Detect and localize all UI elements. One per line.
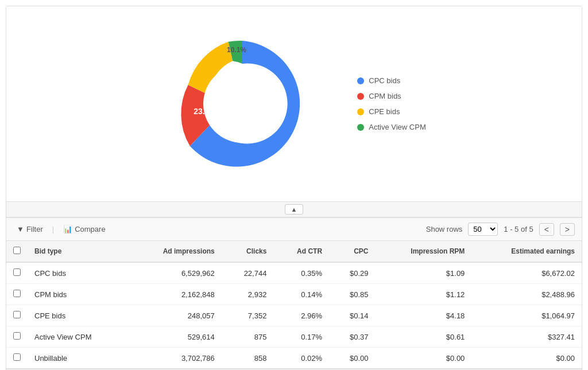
- toolbar-left: ▼ Filter | 📊 Compare: [13, 223, 109, 236]
- toolbar: ▼ Filter | 📊 Compare Show rows 50 10 25 …: [6, 217, 582, 241]
- row-bid_type: CPM bids: [28, 284, 129, 305]
- compare-icon: 📊: [63, 225, 72, 233]
- row-bid_type: Active View CPM: [28, 326, 129, 348]
- legend-cpc: CPC bids: [357, 76, 425, 85]
- legend-cpc-label: CPC bids: [369, 76, 400, 85]
- table-header-row: Bid type Ad impressions Clicks Ad CTR CP…: [6, 241, 582, 262]
- row-impression_rpm: $0.61: [376, 326, 472, 348]
- row-ad_ctr: 2.96%: [273, 305, 329, 326]
- filter-button[interactable]: ▼ Filter: [13, 223, 47, 236]
- row-checkbox[interactable]: [13, 311, 21, 318]
- select-all-checkbox[interactable]: [13, 247, 21, 254]
- col-cpc: CPC: [329, 241, 375, 262]
- row-cpc: $0.14: [329, 305, 375, 326]
- row-ad_impressions: 529,614: [129, 326, 222, 348]
- table-row: CPC bids6,529,96222,7440.35%$0.29$1.09$6…: [6, 262, 582, 284]
- legend-cpe-dot: [357, 108, 364, 115]
- collapse-button[interactable]: ▲: [285, 204, 304, 215]
- row-impression_rpm: $1.12: [376, 284, 472, 305]
- legend-cpm-label: CPM bids: [369, 92, 401, 100]
- row-cpc: $0.00: [329, 348, 375, 369]
- row-checkbox-cell: [6, 262, 28, 284]
- table-row: Active View CPM529,6148750.17%$0.37$0.61…: [6, 326, 582, 348]
- select-all-header: [6, 241, 28, 262]
- legend-active-view-label: Active View CPM: [369, 123, 425, 131]
- row-checkbox-cell: [6, 348, 28, 369]
- cpm-label: 23.6%: [194, 107, 216, 116]
- row-ad_impressions: 248,057: [129, 305, 222, 326]
- row-clicks: 2,932: [222, 284, 274, 305]
- row-ad_ctr: 0.17%: [273, 326, 329, 348]
- row-estimated_earnings: $2,488.96: [471, 284, 582, 305]
- row-impression_rpm: $4.18: [376, 305, 472, 326]
- row-checkbox-cell: [6, 305, 28, 326]
- collapse-bar: ▲: [6, 201, 582, 217]
- pagination-info: 1 - 5 of 5: [504, 225, 533, 233]
- row-estimated_earnings: $0.00: [471, 348, 582, 369]
- table-row: CPE bids248,0577,3522.96%$0.14$4.18$1,06…: [6, 305, 582, 326]
- legend-cpm-dot: [357, 93, 364, 100]
- main-container: 63.2% 23.6% 10.1% CPC bids CPM bids CPE …: [6, 6, 582, 370]
- row-checkbox-cell: [6, 284, 28, 305]
- table-body: CPC bids6,529,96222,7440.35%$0.29$1.09$6…: [6, 262, 582, 369]
- toolbar-right: Show rows 50 10 25 100 1 - 5 of 5 < >: [426, 223, 575, 236]
- row-checkbox-cell: [6, 326, 28, 348]
- col-bid-type: Bid type: [28, 241, 129, 262]
- row-clicks: 858: [222, 348, 274, 369]
- chart-section: 63.2% 23.6% 10.1% CPC bids CPM bids CPE …: [6, 6, 582, 201]
- compare-label: Compare: [75, 225, 105, 233]
- pipe-divider: |: [52, 225, 54, 233]
- filter-label: Filter: [26, 225, 43, 233]
- row-ad_impressions: 3,702,786: [129, 348, 222, 369]
- cpc-label: 63.2%: [256, 116, 281, 126]
- col-impression-rpm: Impression RPM: [376, 241, 472, 262]
- row-impression_rpm: $1.09: [376, 262, 472, 284]
- rows-select[interactable]: 50 10 25 100: [468, 223, 498, 236]
- chart-legend: CPC bids CPM bids CPE bids Active View C…: [357, 76, 425, 131]
- row-clicks: 875: [222, 326, 274, 348]
- col-ad-impressions: Ad impressions: [129, 241, 222, 262]
- legend-cpm: CPM bids: [357, 92, 425, 100]
- show-rows-label: Show rows: [426, 225, 463, 233]
- donut-hole: [203, 65, 281, 143]
- donut-chart: 63.2% 23.6% 10.1%: [162, 24, 323, 184]
- row-cpc: $0.37: [329, 326, 375, 348]
- legend-cpe-label: CPE bids: [369, 107, 400, 116]
- row-clicks: 7,352: [222, 305, 274, 326]
- legend-active-view: Active View CPM: [357, 123, 425, 131]
- next-page-button[interactable]: >: [560, 223, 575, 236]
- legend-cpc-dot: [357, 77, 364, 84]
- row-bid_type: CPE bids: [28, 305, 129, 326]
- prev-page-button[interactable]: <: [539, 223, 554, 236]
- table-row: Unbillable3,702,7868580.02%$0.00$0.00$0.…: [6, 348, 582, 369]
- row-cpc: $0.29: [329, 262, 375, 284]
- row-ad_ctr: 0.14%: [273, 284, 329, 305]
- cpe-label: 10.1%: [227, 46, 246, 54]
- row-estimated_earnings: $6,672.02: [471, 262, 582, 284]
- row-ad_impressions: 6,529,962: [129, 262, 222, 284]
- row-impression_rpm: $0.00: [376, 348, 472, 369]
- row-bid_type: Unbillable: [28, 348, 129, 369]
- col-estimated-earnings: Estimated earnings: [471, 241, 582, 262]
- row-ad_ctr: 0.02%: [273, 348, 329, 369]
- row-checkbox[interactable]: [13, 353, 21, 361]
- row-ad_ctr: 0.35%: [273, 262, 329, 284]
- col-ad-ctr: Ad CTR: [273, 241, 329, 262]
- col-clicks: Clicks: [222, 241, 274, 262]
- data-table: Bid type Ad impressions Clicks Ad CTR CP…: [6, 241, 582, 370]
- row-checkbox[interactable]: [13, 290, 21, 297]
- legend-cpe: CPE bids: [357, 107, 425, 116]
- row-ad_impressions: 2,162,848: [129, 284, 222, 305]
- chart-wrapper: 63.2% 23.6% 10.1% CPC bids CPM bids CPE …: [162, 24, 425, 184]
- row-estimated_earnings: $1,064.97: [471, 305, 582, 326]
- compare-button[interactable]: 📊 Compare: [60, 223, 109, 236]
- table-row: CPM bids2,162,8482,9320.14%$0.85$1.12$2,…: [6, 284, 582, 305]
- row-checkbox[interactable]: [13, 268, 21, 276]
- row-checkbox[interactable]: [13, 332, 21, 340]
- legend-active-view-dot: [357, 124, 364, 131]
- row-bid_type: CPC bids: [28, 262, 129, 284]
- row-estimated_earnings: $327.41: [471, 326, 582, 348]
- filter-icon: ▼: [17, 225, 24, 233]
- row-clicks: 22,744: [222, 262, 274, 284]
- row-cpc: $0.85: [329, 284, 375, 305]
